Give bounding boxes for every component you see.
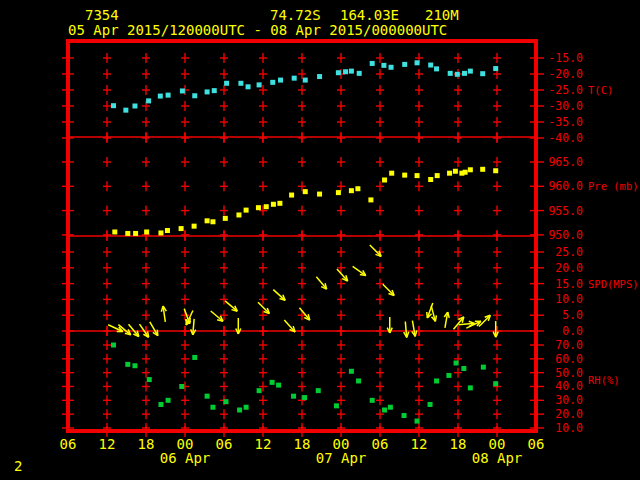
wind-arrow xyxy=(370,245,381,256)
temperature-point xyxy=(317,74,322,79)
temperature-point xyxy=(278,78,283,83)
temperature-point xyxy=(180,88,185,93)
wind-arrow xyxy=(150,322,158,336)
y-tick-label: 20.0 xyxy=(555,261,583,275)
relative-humidity-point xyxy=(192,355,197,360)
relative-humidity-point xyxy=(166,398,171,403)
temperature-point xyxy=(370,61,375,66)
x-tick-label: 12 xyxy=(99,436,116,452)
temperature-point xyxy=(166,93,171,98)
temperature-point xyxy=(111,103,116,108)
y-tick-label: -35.0 xyxy=(548,115,583,129)
temperature-point xyxy=(468,69,473,74)
temperature-point xyxy=(205,89,210,94)
y-tick-label: -40.0 xyxy=(548,131,583,145)
temperature-point xyxy=(455,72,460,77)
relative-humidity-point xyxy=(446,373,451,378)
pressure-point xyxy=(428,177,433,182)
relative-humidity-point xyxy=(356,378,361,383)
temperature-point xyxy=(428,63,433,68)
relative-humidity-point xyxy=(210,405,215,410)
relative-humidity-point xyxy=(461,366,466,371)
panel-unit-label: Pre (mb) xyxy=(588,180,639,192)
pressure-point xyxy=(192,224,197,229)
pressure-point xyxy=(158,230,163,235)
wind-arrow xyxy=(316,277,326,289)
relative-humidity-point xyxy=(270,380,275,385)
relative-humidity-point xyxy=(257,388,262,393)
wind-arrow xyxy=(404,321,409,337)
y-tick-label: -20.0 xyxy=(548,67,583,81)
pressure-point xyxy=(125,231,130,236)
pressure-point xyxy=(317,192,322,197)
pressure-point xyxy=(453,169,458,174)
y-tick-label: -15.0 xyxy=(548,51,583,65)
temperature-point xyxy=(238,81,243,86)
y-tick-label: 950.0 xyxy=(548,228,583,242)
relative-humidity-point xyxy=(388,405,393,410)
pressure-point xyxy=(349,188,354,193)
y-tick-label: 5.0 xyxy=(562,308,583,322)
y-tick-label: 965.0 xyxy=(548,155,583,169)
temperature-point xyxy=(303,78,308,83)
temperature-point xyxy=(434,66,439,71)
pressure-point xyxy=(210,219,215,224)
panel-unit-label: SPD(MPS) xyxy=(588,278,639,290)
relative-humidity-point xyxy=(302,395,307,400)
relative-humidity-point xyxy=(205,394,210,399)
relative-humidity-point xyxy=(179,384,184,389)
pressure-point xyxy=(493,168,498,173)
temperature-point xyxy=(192,93,197,98)
x-tick-label: 06 xyxy=(528,436,545,452)
relative-humidity-point xyxy=(147,377,152,382)
pressure-point xyxy=(303,189,308,194)
date-label: 06 Apr xyxy=(160,450,211,466)
relative-humidity-point xyxy=(468,385,473,390)
y-tick-label: 960.0 xyxy=(548,179,583,193)
pressure-point xyxy=(447,171,452,176)
wind-arrow xyxy=(431,306,436,321)
pressure-point xyxy=(336,190,341,195)
temperature-point xyxy=(132,104,137,109)
y-tick-label: 60.0 xyxy=(555,352,583,366)
relative-humidity-point xyxy=(434,378,439,383)
wind-arrow xyxy=(444,312,449,328)
temperature-point xyxy=(343,69,348,74)
relative-humidity-point xyxy=(454,360,459,365)
temperature-point xyxy=(357,71,362,76)
wind-arrow xyxy=(387,317,392,333)
pressure-point xyxy=(271,202,276,207)
pressure-point xyxy=(402,173,407,178)
temperature-point xyxy=(270,80,275,85)
temperature-point xyxy=(381,63,386,68)
x-tick-label: 18 xyxy=(294,436,311,452)
x-tick-label: 18 xyxy=(138,436,155,452)
x-tick-label: 06 xyxy=(60,436,77,452)
y-tick-label: 15.0 xyxy=(555,277,583,291)
wind-arrow xyxy=(337,269,348,281)
meteogram-chart: -15.0-20.0-25.0-30.0-35.0-40.0T(C)965.09… xyxy=(0,0,640,480)
pressure-point xyxy=(415,173,420,178)
temperature-point xyxy=(246,84,251,89)
y-tick-label: -25.0 xyxy=(548,83,583,97)
x-tick-label: 06 xyxy=(216,436,233,452)
temperature-point xyxy=(448,71,453,76)
pressure-point xyxy=(223,216,228,221)
pressure-point xyxy=(382,177,387,182)
y-tick-label: 20.0 xyxy=(555,407,583,421)
pressure-point xyxy=(179,226,184,231)
temperature-point xyxy=(480,71,485,76)
pressure-point xyxy=(205,218,210,223)
panel-unit-label: RH(%) xyxy=(588,374,620,386)
wind-arrow xyxy=(225,301,237,311)
pressure-point xyxy=(480,167,485,172)
temperature-point xyxy=(257,82,262,87)
temperature-point xyxy=(146,98,151,103)
wind-arrow xyxy=(191,319,196,335)
relative-humidity-point xyxy=(316,388,321,393)
relative-humidity-point xyxy=(111,343,116,348)
temperature-point xyxy=(389,65,394,70)
relative-humidity-point xyxy=(382,408,387,413)
y-tick-label: 30.0 xyxy=(555,393,583,407)
wind-arrow xyxy=(299,308,309,320)
